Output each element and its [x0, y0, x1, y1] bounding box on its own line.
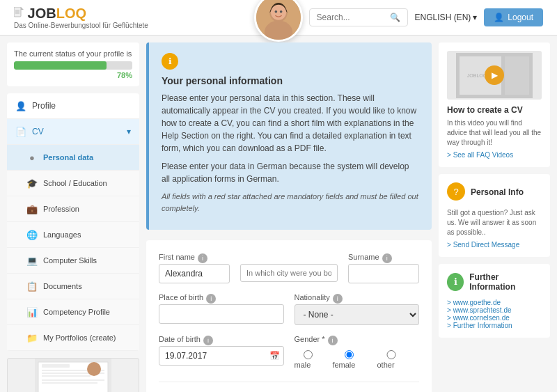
- row-birth-nationality: Place of birth i Nationality i - None - …: [159, 293, 419, 325]
- info-box: ℹ Your personal information Please enter…: [146, 42, 432, 230]
- nav-label-profession: Profession: [43, 205, 79, 213]
- progress-bar: [14, 61, 132, 70]
- svg-point-9: [275, 10, 278, 13]
- search-icon[interactable]: 🔍: [390, 13, 400, 22]
- video-widget: JOBLOQ ▶ How to create a CV In this vide…: [439, 42, 550, 167]
- gender-male[interactable]: male: [295, 350, 322, 369]
- divider-1: [159, 382, 419, 382]
- info-icon: ℹ: [162, 53, 178, 70]
- place-of-birth-input[interactable]: [159, 304, 284, 324]
- mandatory-note: All fields with a red star attached are …: [162, 191, 419, 214]
- first-name-label: First name: [159, 253, 195, 261]
- first-name-group: First name i: [159, 253, 230, 283]
- profile-status: The current status of your profile is 78…: [7, 42, 139, 86]
- personal-info-title: Personal Info: [471, 187, 524, 197]
- gender-label: Gender *: [295, 335, 325, 343]
- nav-label-portfolios: My Portfolios (create): [43, 334, 116, 342]
- sidebar-item-school[interactable]: 🎓 School / Education: [7, 171, 139, 196]
- sidebar-item-profession[interactable]: 💼 Profession: [7, 196, 139, 222]
- dob-info-badge[interactable]: i: [203, 336, 213, 345]
- nav-label-documents: Documents: [43, 282, 82, 290]
- portfolio-icon: 📁: [26, 332, 38, 343]
- personal-info-icon: ?: [447, 182, 465, 201]
- tooltip-input[interactable]: [240, 264, 338, 282]
- place-of-birth-label: Place of birth: [159, 293, 203, 301]
- languages-icon: 🌐: [26, 229, 38, 240]
- sidebar-item-cv[interactable]: 📄 CV ▾: [7, 119, 139, 145]
- surname-tooltip-group: placeholder: [240, 253, 338, 283]
- logout-button[interactable]: 👤 Logout: [484, 8, 543, 26]
- logo-doc-icon: [14, 7, 24, 18]
- right-sidebar: JOBLOQ ▶ How to create a CV In this vide…: [439, 42, 550, 392]
- search-input[interactable]: [317, 13, 386, 22]
- play-icon[interactable]: ▶: [485, 65, 504, 85]
- logo: JOBLOQ Das Online-Bewerbungstool für Gef…: [14, 6, 148, 29]
- profile-icon: 👤: [15, 100, 26, 111]
- competency-icon: 📊: [26, 306, 38, 317]
- nationality-group: Nationality i - None - German Other: [295, 293, 420, 325]
- further-info-icon: ℹ: [447, 273, 464, 291]
- surname-label: Surname: [348, 253, 379, 261]
- gender-info-badge[interactable]: i: [328, 336, 338, 345]
- language-selector[interactable]: ENGLISH (EN) ▾: [415, 13, 478, 22]
- cv-arrow-icon: ▾: [127, 127, 131, 136]
- sidebar-item-languages[interactable]: 🌐 Languages: [7, 222, 139, 248]
- school-icon: 🎓: [26, 178, 38, 189]
- svg-rect-16: [42, 375, 91, 377]
- link-further[interactable]: Further Information: [447, 322, 542, 329]
- date-of-birth-input[interactable]: [159, 346, 284, 366]
- calendar-icon: 📅: [269, 351, 280, 361]
- place-of-birth-group: Place of birth i: [159, 293, 284, 325]
- video-thumbnail[interactable]: JOBLOQ ▶: [447, 51, 542, 100]
- sidebar: The current status of your profile is 78…: [7, 42, 139, 392]
- personal-data-icon: ●: [26, 152, 38, 163]
- svg-rect-17: [42, 379, 104, 381]
- link-goethe[interactable]: www.goethe.de: [447, 299, 542, 306]
- further-info-widget: ℹ Further Information www.goethe.de www.…: [439, 264, 550, 338]
- link-sprachtest[interactable]: www.sprachtest.de: [447, 306, 542, 314]
- gender-other-radio[interactable]: [377, 350, 405, 359]
- info-para1: Please enter your personal data in this …: [162, 92, 419, 155]
- personal-info-link[interactable]: Send Direct Message: [447, 241, 542, 249]
- progress-pct: 78%: [14, 71, 132, 79]
- gender-group: Gender * i male female other: [295, 335, 420, 372]
- nationality-label: Nationality: [295, 293, 330, 301]
- personal-info-widget: ? Personal Info Still got a question? Ju…: [439, 174, 550, 257]
- logo-loq: LOQ: [56, 6, 86, 21]
- gender-female-radio[interactable]: [332, 350, 366, 359]
- sidebar-item-computer-skills[interactable]: 💻 Computer Skills: [7, 248, 139, 274]
- gender-other[interactable]: other: [377, 350, 405, 369]
- row-name: First name i placeholder Surname i: [159, 253, 419, 283]
- surname-group: Surname i: [348, 253, 419, 283]
- svg-rect-13: [42, 364, 70, 368]
- nationality-info-badge[interactable]: i: [333, 294, 343, 304]
- sidebar-item-portfolios[interactable]: 📁 My Portfolios (create): [7, 325, 139, 351]
- sidebar-item-personal-data[interactable]: ● Personal data: [7, 145, 139, 171]
- surname-input[interactable]: [348, 264, 419, 283]
- surname-info-badge[interactable]: i: [382, 253, 392, 263]
- user-icon: 👤: [494, 13, 504, 22]
- avatar: [254, 0, 303, 42]
- nav-label-school: School / Education: [43, 179, 107, 187]
- search-box[interactable]: 🔍: [309, 8, 408, 26]
- nav-label-personal-data: Personal data: [43, 153, 93, 162]
- date-of-birth-group: Date of birth i 📅: [159, 335, 284, 372]
- place-of-birth-info-badge[interactable]: i: [206, 294, 216, 304]
- progress-fill: [14, 61, 107, 70]
- nationality-select[interactable]: - None - German Other: [295, 304, 420, 325]
- gender-male-radio[interactable]: [295, 350, 322, 359]
- nav-label-competency-profile: Competency Profile: [43, 308, 110, 316]
- sidebar-item-competency-profile[interactable]: 📊 Competency Profile: [7, 299, 139, 325]
- avatar-container: [254, 0, 303, 42]
- info-title: Your personal information: [162, 75, 419, 86]
- sidebar-nav: 👤 Profile 📄 CV ▾ ● Personal data 🎓 Schoo…: [7, 93, 139, 351]
- video-link[interactable]: See all FAQ Videos: [447, 151, 542, 159]
- first-name-info-badge[interactable]: i: [198, 253, 207, 263]
- sidebar-item-documents[interactable]: 📋 Documents: [7, 274, 139, 299]
- svg-point-10: [280, 10, 283, 13]
- link-cornelsen[interactable]: www.cornelsen.de: [447, 314, 542, 322]
- gender-female[interactable]: female: [332, 350, 366, 369]
- first-name-input[interactable]: [159, 264, 230, 283]
- gender-radio-group: male female other: [295, 350, 420, 372]
- sidebar-item-profile[interactable]: 👤 Profile: [7, 93, 139, 119]
